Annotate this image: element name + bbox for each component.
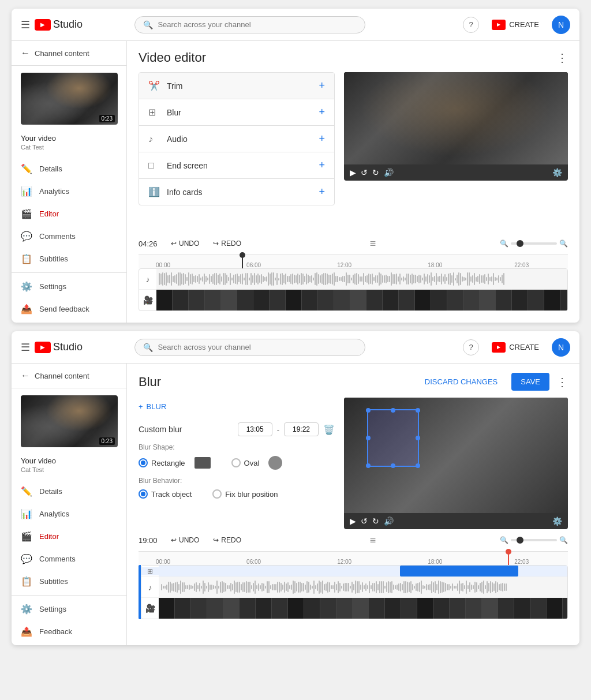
undo-button-1[interactable]: ↩ UNDO — [166, 237, 204, 250]
infocards-add-1[interactable]: + — [319, 186, 325, 198]
track-radio-2[interactable] — [139, 489, 148, 499]
content-1: Video editor ⋮ ✂️ Trim + ⊞ Blur — [127, 41, 579, 323]
avatar-1[interactable]: N — [552, 16, 570, 34]
fix-position-option-2[interactable]: Fix blur position — [212, 489, 278, 499]
help-button-2[interactable]: ? — [463, 339, 479, 355]
search-input-1[interactable] — [158, 20, 357, 29]
fix-radio-2[interactable] — [212, 489, 222, 499]
sidebar-item-analytics-2[interactable]: 📊 Analytics — [12, 503, 126, 525]
zoom-out-icon-1[interactable]: 🔍 — [500, 239, 508, 248]
yt-logo-2[interactable]: Studio — [35, 341, 83, 353]
trim-add-1[interactable]: + — [319, 80, 325, 92]
back-nav-2[interactable]: ← Channel content — [12, 364, 126, 388]
tool-endscreen-1[interactable]: □ End screen + — [139, 152, 334, 179]
settings-button-1[interactable]: ⚙️ — [552, 168, 562, 177]
rewind-button-1[interactable]: ↺ — [361, 168, 368, 177]
rectangle-option-2[interactable]: Rectangle — [139, 458, 185, 467]
add-blur-button-2[interactable]: + BLUR — [139, 398, 166, 415]
sidebar-item-subtitles-1[interactable]: 📋 Subtitles — [12, 248, 126, 270]
blur-settings-button-2[interactable]: ⚙️ — [552, 516, 562, 526]
audio-add-1[interactable]: + — [319, 133, 325, 145]
help-button-1[interactable]: ? — [463, 17, 479, 33]
sidebar-item-settings-1[interactable]: ⚙️ Settings — [12, 275, 126, 298]
sidebar-item-comments-1[interactable]: 💬 Comments — [12, 225, 126, 248]
sidebar-item-details-2[interactable]: ✏️ Details — [12, 480, 126, 503]
thumb-duration-2: 0:23 — [99, 437, 115, 445]
create-button-2[interactable]: CREATE — [486, 339, 545, 356]
blur-handle-bl-2[interactable] — [366, 463, 371, 468]
redo-button-1[interactable]: ↪ REDO — [208, 237, 246, 250]
blur-end-time-2[interactable] — [284, 422, 319, 436]
blur-overlay-box-2[interactable] — [367, 409, 419, 467]
video-thumbnail-2[interactable]: 0:23 — [21, 395, 117, 447]
play-button-1[interactable]: ▶ — [350, 168, 356, 177]
undo-icon-2: ↩ — [171, 536, 177, 544]
sidebar-item-editor-1[interactable]: 🎬 Editor — [12, 203, 126, 225]
discard-button-2[interactable]: DISCARD CHANGES — [418, 374, 504, 390]
save-button-2[interactable]: SAVE — [511, 373, 549, 391]
track-object-option-2[interactable]: Track object — [139, 489, 192, 499]
blur-handle-mr-2[interactable] — [416, 436, 420, 440]
video-thumbnail-1[interactable]: 0:23 — [21, 73, 117, 125]
blur-handle-tl-2[interactable] — [366, 408, 371, 413]
blur-range-bar-2[interactable] — [400, 566, 518, 577]
zoom-out-icon-2[interactable]: 🔍 — [500, 536, 508, 544]
sidebar-item-details-1[interactable]: ✏️ Details — [12, 158, 126, 180]
sidebar-item-subtitles-2[interactable]: 📋 Subtitles — [12, 570, 126, 593]
blur-play-button-2[interactable]: ▶ — [350, 516, 356, 526]
oval-radio-2[interactable] — [231, 458, 241, 467]
editor-title-1: Video editor — [139, 50, 206, 65]
sidebar-item-comments-2[interactable]: 💬 Comments — [12, 548, 126, 570]
search-bar-1[interactable]: 🔍 — [134, 16, 365, 33]
blur-handle-br-2[interactable] — [416, 463, 420, 468]
back-nav-1[interactable]: ← Channel content — [12, 41, 126, 66]
blur-handle-ml-2[interactable] — [366, 436, 371, 440]
behavior-options-2: Track object Fix blur position — [139, 489, 335, 499]
zoom-track-1[interactable] — [511, 242, 557, 245]
blur-handle-tr-2[interactable] — [416, 408, 420, 413]
create-button-1[interactable]: CREATE — [486, 16, 545, 33]
more-options-2[interactable]: ⋮ — [556, 375, 568, 389]
search-bar-2[interactable]: 🔍 — [134, 339, 365, 356]
zoom-in-icon-1[interactable]: 🔍 — [559, 239, 568, 248]
forward-button-1[interactable]: ↻ — [372, 168, 379, 177]
volume-button-1[interactable]: 🔊 — [384, 168, 394, 177]
hamburger-menu-2[interactable]: ☰ — [21, 341, 30, 354]
yt-logo-1[interactable]: Studio — [35, 18, 83, 31]
sidebar-item-analytics-1[interactable]: 📊 Analytics — [12, 180, 126, 203]
blur-start-time-2[interactable] — [238, 422, 272, 436]
blur-add-1[interactable]: + — [319, 106, 325, 118]
tool-infocards-1[interactable]: ℹ️ Info cards + — [139, 179, 334, 205]
ruler-mark-2-2: 12:00 — [337, 559, 351, 565]
rectangle-radio-2[interactable] — [139, 458, 148, 467]
sidebar-item-editor-2[interactable]: 🎬 Editor — [12, 525, 126, 548]
sidebar-item-settings-2[interactable]: ⚙️ Settings — [12, 598, 126, 620]
ruler-mark-3-1: 18:00 — [428, 262, 442, 268]
redo-button-2[interactable]: ↪ REDO — [208, 534, 246, 546]
blur-handle-bm-2[interactable] — [391, 463, 395, 468]
tool-trim-1[interactable]: ✂️ Trim + — [139, 73, 334, 99]
ruler-mark-1-1: 06:00 — [246, 262, 261, 268]
blur-rewind-button-2[interactable]: ↺ — [361, 516, 368, 526]
zoom-thumb-1[interactable] — [517, 240, 523, 247]
zoom-thumb-2[interactable] — [517, 537, 523, 544]
oval-option-2[interactable]: Oval — [231, 458, 260, 467]
hamburger-menu-1[interactable]: ☰ — [21, 18, 30, 31]
blur-forward-button-2[interactable]: ↻ — [372, 516, 379, 526]
search-input-2[interactable] — [158, 343, 357, 351]
sidebar-nav-2: ✏️ Details 📊 Analytics 🎬 Editor 💬 Commen… — [12, 478, 126, 595]
blur-handle-tm-2[interactable] — [391, 408, 395, 413]
blur-volume-button-2[interactable]: 🔊 — [384, 516, 394, 526]
delete-blur-button-2[interactable]: 🗑️ — [323, 424, 335, 435]
zoom-track-2[interactable] — [511, 539, 557, 541]
sidebar-item-feedback-2[interactable]: 📤 Feedback — [12, 620, 126, 643]
endscreen-add-1[interactable]: + — [319, 159, 325, 171]
tool-audio-1[interactable]: ♪ Audio + — [139, 126, 334, 152]
undo-button-2[interactable]: ↩ UNDO — [166, 534, 204, 546]
avatar-2[interactable]: N — [552, 338, 570, 357]
sidebar-item-feedback-1[interactable]: 📤 Send feedback — [12, 298, 126, 320]
zoom-in-icon-2[interactable]: 🔍 — [559, 536, 568, 544]
more-options-1[interactable]: ⋮ — [556, 51, 568, 65]
topnav-left-1: ☰ Studio — [21, 18, 83, 31]
tool-blur-1[interactable]: ⊞ Blur + — [139, 99, 334, 126]
